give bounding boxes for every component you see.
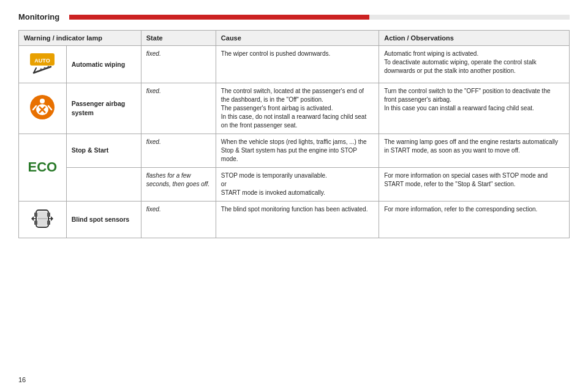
state-cell-auto-wipe: fixed. <box>141 46 216 83</box>
table-row: flashes for a few seconds, then goes off… <box>19 167 570 201</box>
svg-rect-24 <box>47 221 50 225</box>
lamp-name-blind: Blind spot sensors <box>72 216 130 223</box>
auto-wipe-icon: AUTO <box>29 70 56 78</box>
svg-marker-19 <box>51 216 53 221</box>
svg-rect-21 <box>34 213 37 217</box>
svg-rect-22 <box>47 213 50 217</box>
cause-cell-blind: The blind spot monitoring function has b… <box>216 201 379 238</box>
state-cell-stop-start-2: flashes for a few seconds, then goes off… <box>141 167 216 201</box>
icon-cell-blind <box>19 201 67 238</box>
svg-text:AUTO: AUTO <box>35 58 50 64</box>
svg-rect-23 <box>34 221 37 225</box>
icon-cell-airbag <box>19 83 67 134</box>
cause-cell-stop-start-2: STOP mode is temporarily unavailable. or… <box>216 167 379 201</box>
name-cell-stop-start: Stop & Start <box>66 134 141 167</box>
name-cell-auto-wipe: Automatic wiping <box>66 46 141 83</box>
lamp-name-auto-wipe: Automatic wiping <box>72 61 126 68</box>
table-row: Passenger airbag system fixed. The contr… <box>19 83 570 134</box>
icon-cell-eco: ECO <box>19 134 67 201</box>
lamp-name-airbag: Passenger airbag system <box>72 100 126 116</box>
blind-spot-icon <box>29 226 56 233</box>
state-cell-stop-start-1: fixed. <box>141 134 216 167</box>
table-row: Blind spot sensors fixed. The blind spot… <box>19 201 570 238</box>
name-cell-stop-start-2 <box>66 167 141 201</box>
svg-point-8 <box>40 99 45 104</box>
svg-point-4 <box>40 69 42 70</box>
icon-cell-auto-wipe: AUTO <box>19 46 67 83</box>
cause-cell-stop-start-1: When the vehicle stops (red lights, traf… <box>216 134 379 167</box>
state-cell-airbag: fixed. <box>141 83 216 134</box>
eco-icon: ECO <box>28 160 58 174</box>
svg-point-6 <box>48 66 50 68</box>
name-cell-blind: Blind spot sensors <box>66 201 141 238</box>
table-row: AUTO Automatic wiping fixed. The wiper c… <box>19 46 570 83</box>
warning-table: Warning / indicator lamp State Cause Act… <box>18 30 570 238</box>
action-cell-airbag: Turn the control switch to the "OFF" pos… <box>379 83 570 134</box>
page-header: Monitoring <box>18 12 570 21</box>
header-bar <box>69 15 570 20</box>
col-header-state: State <box>141 31 216 46</box>
page-title: Monitoring <box>18 12 59 21</box>
cause-cell-auto-wipe: The wiper control is pushed downwards. <box>216 46 379 83</box>
action-cell-stop-start-1: The warning lamp goes off and the engine… <box>379 134 570 167</box>
state-cell-blind: fixed. <box>141 201 216 238</box>
svg-point-5 <box>44 67 46 69</box>
svg-marker-17 <box>31 216 34 221</box>
name-cell-airbag: Passenger airbag system <box>66 83 141 134</box>
action-cell-stop-start-2: For more information on special cases wi… <box>379 167 570 201</box>
action-cell-auto-wipe: Automatic front wiping is activated. To … <box>379 46 570 83</box>
lamp-name-stop-start: Stop & Start <box>72 146 109 154</box>
action-cell-blind: For more information, refer to the corre… <box>379 201 570 238</box>
table-row: ECO Stop & Start fixed. When the vehicle… <box>19 134 570 167</box>
table-header-row: Warning / indicator lamp State Cause Act… <box>19 31 570 46</box>
cause-cell-airbag: The control switch, located at the passe… <box>216 83 379 134</box>
col-header-action: Action / Observations <box>379 31 570 46</box>
col-header-lamp: Warning / indicator lamp <box>19 31 141 46</box>
col-header-cause: Cause <box>216 31 379 46</box>
airbag-icon <box>29 115 56 122</box>
